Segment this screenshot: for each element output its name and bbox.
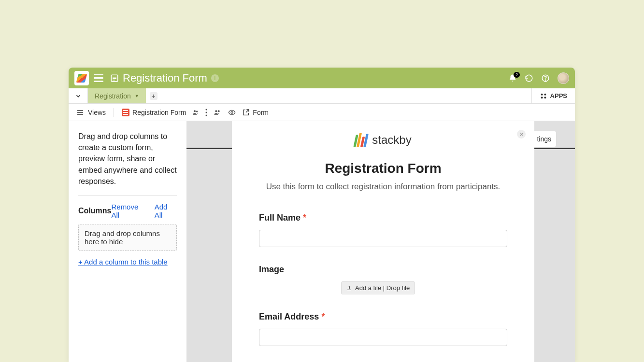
add-all-link[interactable]: Add All	[155, 203, 177, 219]
page-title: Registration Form	[123, 72, 207, 84]
tab-label: Registration	[95, 92, 131, 100]
field-image: Image Add a file | Drop file	[259, 265, 507, 294]
notification-badge: 2	[514, 72, 520, 78]
form-canvas: tings ✕ stackby Registration Form Use th…	[232, 121, 575, 362]
form-config-sidebar: Drag and drop columns to create a custom…	[69, 121, 186, 362]
more-options-icon[interactable]	[205, 109, 207, 116]
form-preview: ✕ stackby Registration Form Use this for…	[232, 121, 534, 362]
share-form-button[interactable]: Form	[242, 109, 269, 116]
svg-point-14	[196, 111, 198, 112]
columns-heading: Columns	[78, 207, 111, 215]
view-toolbar: Views Registration Form Form	[69, 104, 575, 121]
preview-icon[interactable]	[228, 109, 236, 116]
form-logo: stackby	[259, 133, 507, 147]
info-icon[interactable]: i	[211, 74, 219, 82]
hide-columns-dropzone[interactable]: Drag and drop columns here to hide	[78, 224, 177, 251]
field-label: Full Name *	[259, 213, 507, 223]
body-area: Drag and drop columns to create a custom…	[69, 121, 575, 362]
upload-icon	[346, 285, 352, 291]
close-icon[interactable]: ✕	[517, 130, 526, 139]
svg-point-17	[206, 114, 207, 116]
app-window: Registration Form i 2 Registration ▼ +	[69, 68, 575, 362]
top-bar: Registration Form i 2	[69, 68, 575, 88]
field-label: Email Address *	[259, 312, 507, 322]
svg-point-18	[215, 110, 217, 112]
user-avatar[interactable]	[558, 72, 569, 84]
table-tab-registration[interactable]: Registration ▼	[88, 88, 146, 103]
add-table-button[interactable]: +	[146, 88, 161, 103]
views-toggle[interactable]: Views	[76, 109, 106, 116]
form-view-icon	[122, 109, 129, 116]
canvas-background-left	[186, 121, 232, 362]
history-icon[interactable]	[525, 74, 533, 83]
table-list-toggle[interactable]	[69, 88, 88, 103]
add-column-link[interactable]: + Add a column to this table	[78, 258, 177, 266]
form-subtitle[interactable]: Use this form to collect registration in…	[259, 182, 507, 192]
svg-point-15	[206, 109, 207, 110]
help-icon[interactable]	[541, 74, 550, 83]
remove-all-link[interactable]: Remove All	[111, 203, 147, 219]
apps-button[interactable]: APPS	[531, 88, 575, 103]
chevron-down-icon: ▼	[135, 94, 139, 98]
add-file-button[interactable]: Add a file | Drop file	[341, 281, 415, 294]
svg-point-9	[544, 97, 546, 98]
settings-tab-partial[interactable]: tings	[531, 131, 557, 147]
current-view[interactable]: Registration Form	[122, 109, 186, 116]
field-email: Email Address *	[259, 312, 507, 346]
svg-point-8	[541, 97, 543, 98]
people-icon[interactable]	[192, 109, 200, 116]
svg-point-7	[544, 93, 546, 95]
svg-point-16	[206, 111, 207, 113]
notifications-icon[interactable]: 2	[508, 74, 517, 83]
full-name-input[interactable]	[259, 230, 507, 247]
svg-point-20	[231, 111, 233, 113]
svg-point-13	[194, 110, 196, 112]
form-title[interactable]: Registration Form	[259, 161, 507, 176]
svg-point-6	[541, 93, 543, 95]
svg-point-19	[218, 110, 220, 112]
divider	[114, 108, 114, 117]
form-page-icon	[110, 74, 119, 83]
field-full-name: Full Name *	[259, 213, 507, 247]
email-input[interactable]	[259, 329, 507, 346]
app-logo[interactable]	[74, 71, 89, 85]
svg-point-5	[545, 80, 545, 80]
tab-bar: Registration ▼ + APPS	[69, 88, 575, 104]
field-label: Image	[259, 265, 507, 275]
sidebar-description: Drag and drop columns to create a custom…	[78, 131, 177, 187]
menu-icon[interactable]	[94, 74, 103, 82]
collaborators-icon[interactable]	[213, 109, 222, 116]
